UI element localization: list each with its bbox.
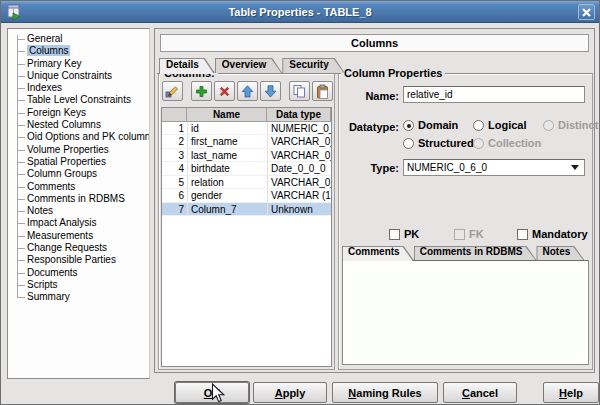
sidebar-item-indexes[interactable]: Indexes bbox=[12, 82, 149, 94]
sidebar-item-oid-options[interactable]: Oid Options and PK columns bbox=[12, 131, 149, 143]
sidebar-item-columns[interactable]: Columns bbox=[12, 45, 149, 57]
fk-checkbox-control bbox=[454, 229, 465, 240]
type-value: NUMERIC_0_6_0 bbox=[407, 162, 571, 173]
move-up-button[interactable] bbox=[237, 81, 258, 101]
sidebar-item-impact-analysis[interactable]: Impact Analysis bbox=[12, 217, 149, 229]
radio-domain-control bbox=[403, 120, 414, 131]
move-down-button[interactable] bbox=[260, 81, 281, 101]
naming-rules-button[interactable]: Naming Rules bbox=[332, 382, 438, 403]
datatype-label: Datatype: bbox=[341, 121, 399, 133]
sidebar-item-unique-constraints[interactable]: Unique Constraints bbox=[12, 70, 149, 82]
edit-column-button[interactable] bbox=[162, 81, 183, 101]
column-name-input[interactable] bbox=[403, 86, 585, 103]
plus-icon bbox=[194, 84, 209, 99]
columns-table[interactable]: Name Data type 1 id NUMERIC_0_6_0 2 firs… bbox=[161, 107, 332, 367]
comments-textarea[interactable] bbox=[342, 260, 589, 365]
copy-button[interactable] bbox=[289, 81, 310, 101]
sidebar-item-foreign-keys[interactable]: Foreign Keys bbox=[12, 107, 149, 119]
radio-collection-control bbox=[473, 138, 484, 149]
close-icon bbox=[582, 8, 591, 17]
columns-group: Columns: bbox=[158, 73, 335, 370]
close-button[interactable] bbox=[578, 4, 595, 20]
radio-structured-control bbox=[403, 138, 414, 149]
paste-icon bbox=[315, 84, 330, 99]
sidebar-item-responsible-parties[interactable]: Responsible Parties bbox=[12, 254, 149, 266]
pencil-icon bbox=[165, 84, 180, 99]
fk-checkbox: FK bbox=[454, 228, 484, 240]
radio-distinct-control bbox=[543, 120, 554, 131]
pk-checkbox-control bbox=[389, 229, 400, 240]
table-row[interactable]: 4 birthdate Date_0_0_0 bbox=[162, 162, 331, 176]
sidebar-item-column-groups[interactable]: Column Groups bbox=[12, 168, 149, 180]
type-combobox[interactable]: NUMERIC_0_6_0 bbox=[403, 159, 585, 176]
sidebar-item-change-requests[interactable]: Change Requests bbox=[12, 242, 149, 254]
sidebar-item-spatial-properties[interactable]: Spatial Properties bbox=[12, 156, 149, 168]
radio-structured[interactable]: Structured bbox=[403, 137, 474, 149]
table-properties-dialog: Table Properties - TABLE_8 General Colum… bbox=[0, 0, 600, 405]
header-name[interactable]: Name bbox=[187, 108, 267, 122]
sidebar: General Columns Primary Key Unique Const… bbox=[7, 28, 150, 379]
tab-security[interactable]: Security bbox=[282, 58, 344, 73]
sidebar-tree: General Columns Primary Key Unique Const… bbox=[12, 33, 149, 304]
sidebar-item-volume-properties[interactable]: Volume Properties bbox=[12, 144, 149, 156]
sidebar-item-general[interactable]: General bbox=[12, 33, 149, 45]
delete-column-button[interactable] bbox=[214, 81, 235, 101]
ok-button[interactable]: OK bbox=[175, 382, 249, 403]
table-row[interactable]: 3 last_name VARCHAR_0_0... bbox=[162, 149, 331, 163]
radio-logical-control bbox=[473, 120, 484, 131]
radio-logical[interactable]: Logical bbox=[473, 119, 527, 131]
chevron-down-icon bbox=[571, 165, 579, 170]
table-row[interactable]: 1 id NUMERIC_0_6_0 bbox=[162, 122, 331, 136]
column-properties-label: Column Properties bbox=[341, 67, 445, 79]
apply-button[interactable]: Apply bbox=[253, 382, 327, 403]
tab-overview[interactable]: Overview bbox=[215, 58, 282, 73]
mandatory-checkbox[interactable]: Mandatory bbox=[517, 228, 588, 240]
table-row[interactable]: 2 first_name VARCHAR_0_0... bbox=[162, 135, 331, 149]
header-datatype[interactable]: Data type bbox=[267, 108, 331, 122]
table-row[interactable]: 6 gender VARCHAR (1 C... bbox=[162, 189, 331, 203]
column-properties-group: Column Properties Name: Datatype: Domain… bbox=[338, 73, 593, 370]
radio-domain[interactable]: Domain bbox=[403, 119, 458, 131]
main-panel: Columns Details Overview Security Column… bbox=[154, 28, 595, 373]
arrow-up-icon bbox=[240, 84, 255, 99]
cancel-button[interactable]: Cancel bbox=[443, 382, 517, 403]
sidebar-item-measurements[interactable]: Measurements bbox=[12, 230, 149, 242]
radio-distinct: Distinct bbox=[543, 119, 598, 131]
type-label: Type: bbox=[357, 162, 399, 174]
sidebar-item-summary[interactable]: Summary bbox=[12, 291, 149, 303]
page-title: Columns bbox=[160, 34, 589, 52]
header-num bbox=[162, 108, 187, 122]
add-column-button[interactable] bbox=[191, 81, 212, 101]
sidebar-item-comments-in-rdbms[interactable]: Comments in RDBMS bbox=[12, 193, 149, 205]
delete-x-icon bbox=[217, 84, 232, 99]
help-button[interactable]: Help bbox=[543, 382, 599, 403]
table-row-selected[interactable]: 7 Column_7 Unknown bbox=[162, 203, 331, 217]
name-label: Name: bbox=[357, 90, 399, 102]
mandatory-checkbox-control bbox=[517, 229, 528, 240]
tab-comments-in-rdbms[interactable]: Comments in RDBMS bbox=[414, 246, 537, 260]
columns-table-header: Name Data type bbox=[162, 108, 331, 122]
window-title: Table Properties - TABLE_8 bbox=[1, 6, 599, 18]
columns-toolbar bbox=[162, 81, 333, 101]
arrow-down-icon bbox=[263, 84, 278, 99]
tab-notes[interactable]: Notes bbox=[536, 246, 584, 260]
copy-icon bbox=[292, 84, 307, 99]
sidebar-item-documents[interactable]: Documents bbox=[12, 267, 149, 279]
comment-tabs: Comments Comments in RDBMS Notes bbox=[342, 246, 584, 260]
sidebar-item-scripts[interactable]: Scripts bbox=[12, 279, 149, 291]
sidebar-item-nested-columns[interactable]: Nested Columns bbox=[12, 119, 149, 131]
pk-checkbox[interactable]: PK bbox=[389, 228, 419, 240]
sidebar-item-primary-key[interactable]: Primary Key bbox=[12, 58, 149, 70]
table-row[interactable]: 5 relation VARCHAR_0_0... bbox=[162, 176, 331, 190]
sidebar-item-comments[interactable]: Comments bbox=[12, 181, 149, 193]
sidebar-item-notes[interactable]: Notes bbox=[12, 205, 149, 217]
tab-comments[interactable]: Comments bbox=[342, 246, 414, 260]
titlebar[interactable]: Table Properties - TABLE_8 bbox=[1, 1, 599, 23]
sidebar-item-table-level-constraints[interactable]: Table Level Constraints bbox=[12, 94, 149, 106]
tab-details[interactable]: Details bbox=[159, 58, 215, 73]
paste-button[interactable] bbox=[312, 81, 333, 101]
main-tabs: Details Overview Security bbox=[159, 58, 345, 73]
radio-collection: Collection bbox=[473, 137, 541, 149]
